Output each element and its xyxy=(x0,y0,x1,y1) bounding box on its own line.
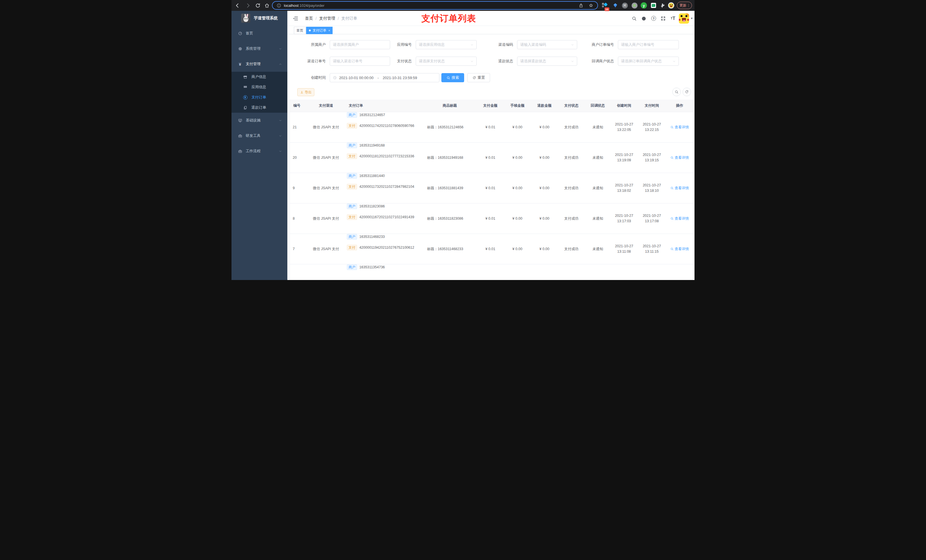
filter-select[interactable]: 请选择支付状态 xyxy=(416,57,477,66)
merchant-tag: 商户 xyxy=(347,112,357,118)
filter-label: 创建时间 xyxy=(295,75,326,80)
sidebar-item-workflow[interactable]: 工作流程 xyxy=(232,143,287,159)
table-row: 7微信 JSAPI 支付商户1635311468233支付42000011942… xyxy=(290,234,693,264)
reset-button[interactable]: 重置 xyxy=(467,73,490,82)
date-range-input[interactable]: 2021-10-01 00:00:00-2021-10-31 23:59:59 xyxy=(330,73,439,82)
avatar-caret-icon[interactable]: ▾ xyxy=(691,17,693,20)
main-area: 首页/支付管理/支付订单 ? TT ▾ 支付订单列表 首页支付订单× 所属商户请… xyxy=(287,11,694,280)
filter-form: 所属商户请选择所属商户应用编号请选择应用信息渠道编码请输入渠道编码商户订单编号请… xyxy=(287,36,694,86)
browser-back-icon[interactable] xyxy=(235,3,240,8)
clock-icon xyxy=(333,76,337,80)
filter-input[interactable]: 请选择所属商户 xyxy=(330,40,390,49)
filter-input[interactable]: 请输入商户订单编号 xyxy=(618,40,679,49)
user-avatar[interactable] xyxy=(679,14,689,24)
extension-emoji-avatar[interactable] xyxy=(668,2,674,9)
breadcrumb-item[interactable]: 支付管理 xyxy=(319,16,335,21)
sidebar-item-merchant-info[interactable]: 商户信息 xyxy=(232,72,287,82)
tab-首页[interactable]: 首页 xyxy=(294,27,306,34)
filter-label: 回调商户状态 xyxy=(577,59,614,64)
rabbit-logo-image xyxy=(241,14,250,23)
paid-time: 13:18:10 xyxy=(645,188,659,193)
placeholder-text: 请输入渠道订单号 xyxy=(333,59,363,64)
filter-select[interactable]: 请选择订单回调商户状态 xyxy=(618,57,679,66)
chevron-down-icon xyxy=(470,43,474,47)
cell-refund: ¥ 0.00 xyxy=(531,204,558,234)
view-detail-link[interactable]: 查看详情 xyxy=(670,216,689,221)
table-row: 商户1635311354736 xyxy=(290,264,693,280)
extension-sketch-icon[interactable]: 10 xyxy=(602,2,608,9)
created-time: 13:22:05 xyxy=(617,127,631,133)
paid-date: 2021-10-27 xyxy=(643,213,661,219)
sidebar-item-pay-order[interactable]: ¥支付订单 xyxy=(232,92,287,103)
date-end: 2021-10-31 23:59:59 xyxy=(383,76,417,80)
close-tab-icon[interactable]: × xyxy=(328,29,330,32)
view-detail-link[interactable]: 查看详情 xyxy=(670,125,689,130)
extension-y-icon[interactable]: y xyxy=(641,2,647,9)
extensions-puzzle-icon[interactable] xyxy=(659,2,666,9)
view-detail-link[interactable]: 查看详情 xyxy=(670,247,689,252)
export-button[interactable]: 导出 xyxy=(297,88,314,96)
column-header-order: 支付订单 xyxy=(345,100,423,112)
sidebar-toggle-icon[interactable] xyxy=(293,16,298,21)
view-detail-link[interactable]: 查看详情 xyxy=(670,186,689,191)
search-icon[interactable] xyxy=(629,11,639,26)
sidebar-item-label: 研发工具 xyxy=(246,133,260,138)
search-button[interactable]: 搜索 xyxy=(441,73,464,82)
sidebar-item-home[interactable]: 首页 xyxy=(232,26,287,41)
site-info-icon[interactable] xyxy=(277,3,281,8)
browser-update-button[interactable]: 更新⋮ xyxy=(677,2,692,9)
toggle-search-button[interactable] xyxy=(672,88,681,96)
chevron-down-icon xyxy=(470,59,474,63)
pay-tag: 支付 xyxy=(347,153,357,159)
cell-order: 商户1635311823086支付42000011672021102710224… xyxy=(345,204,423,234)
placeholder-text: 请选择所属商户 xyxy=(333,42,359,47)
share-icon[interactable] xyxy=(579,3,584,8)
sidebar-item-payment[interactable]: ¥支付管理 xyxy=(232,56,287,72)
sidebar-item-label: 商户信息 xyxy=(251,74,266,79)
extension-command-icon[interactable]: ⌘ xyxy=(622,2,628,9)
url-bar[interactable]: localhost:1024/pay/order xyxy=(272,1,598,10)
merchant-tag: 商户 xyxy=(347,204,357,209)
browser-forward-icon[interactable] xyxy=(245,3,251,8)
fullscreen-icon[interactable] xyxy=(658,11,668,26)
sidebar-item-label: 支付管理 xyxy=(246,62,260,66)
cell-created: 2021-10-2713:18:02 xyxy=(610,173,637,203)
breadcrumb-item: 支付订单 xyxy=(341,16,357,21)
cell-refund: ¥ 0.00 xyxy=(531,234,558,264)
filter-select[interactable]: 请选择退款状态 xyxy=(517,57,577,66)
cell-amount: ¥ 0.01 xyxy=(477,173,504,203)
browser-reload-icon[interactable] xyxy=(255,3,260,8)
placeholder-text: 请输入商户订单编号 xyxy=(621,42,654,47)
help-icon[interactable]: ? xyxy=(649,11,658,26)
github-icon[interactable] xyxy=(639,11,649,26)
table-body: 21微信 JSAPI 支付商户1635312124657支付4200001174… xyxy=(290,112,693,280)
sidebar-item-infrastructure[interactable]: 基础设施 xyxy=(232,113,287,128)
extension-gem-icon[interactable] xyxy=(612,2,619,9)
url-text: localhost:1024/pay/order xyxy=(284,3,579,8)
bookmark-star-icon[interactable] xyxy=(589,3,593,8)
sidebar-item-dev-tools[interactable]: 研发工具 xyxy=(232,128,287,143)
filter-label: 商户订单编号 xyxy=(577,42,614,47)
filter-select[interactable]: 请选择应用信息 xyxy=(416,40,477,49)
refresh-button[interactable] xyxy=(682,88,691,96)
browser-menu-icon[interactable]: ⋮ xyxy=(687,3,690,8)
extension-chat-icon[interactable] xyxy=(651,2,657,9)
tab-支付订单[interactable]: 支付订单× xyxy=(306,27,333,34)
breadcrumb-item[interactable]: 首页 xyxy=(305,16,313,21)
sidebar-item-refund-order[interactable]: 退款订单 xyxy=(232,103,287,113)
sidebar-item-app-info[interactable]: 应用信息 xyxy=(232,82,287,92)
filter-select[interactable]: 请输入渠道编码 xyxy=(517,40,577,49)
shop-icon xyxy=(243,74,247,79)
sidebar-item-system[interactable]: 系统管理 xyxy=(232,41,287,56)
cell-action xyxy=(666,264,693,280)
font-size-icon[interactable]: TT xyxy=(668,11,678,26)
filter-label: 退款状态 xyxy=(477,59,513,64)
cell-notify: 未通知 xyxy=(585,173,610,203)
extension-record-icon[interactable] xyxy=(631,2,637,9)
date-separator: - xyxy=(378,76,379,80)
filter-input[interactable]: 请输入渠道订单号 xyxy=(330,57,390,66)
browser-home-icon[interactable] xyxy=(264,3,270,8)
pay-order-no: 4200001167202110271022491439 xyxy=(359,215,414,219)
view-detail-link[interactable]: 查看详情 xyxy=(670,155,689,160)
table-header: 编号支付渠道支付订单商品标题支付金额手续金额退款金额支付状态回调状态创建时间支付… xyxy=(290,100,693,112)
